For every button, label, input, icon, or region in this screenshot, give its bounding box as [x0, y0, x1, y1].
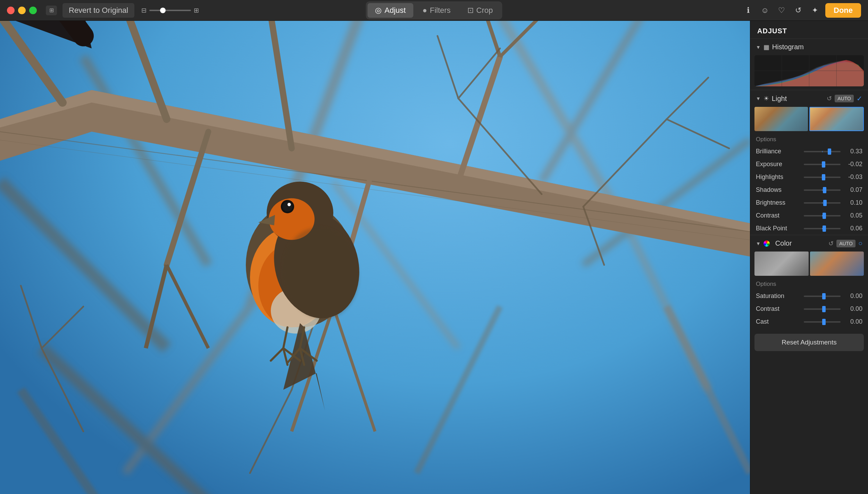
color-preview-strip — [754, 252, 864, 276]
center-nav: ◎ Adjust ● Filters ⊡ Crop — [366, 1, 502, 19]
color-header[interactable]: ▼ Color ↺ AUTO ○ — [750, 235, 868, 252]
light-reset-button[interactable]: ↺ — [827, 95, 832, 102]
light-adj-label-brilliance: Brilliance — [756, 148, 801, 155]
info-button[interactable]: ℹ — [742, 4, 754, 17]
light-slider-contrast[interactable] — [804, 215, 841, 216]
light-value-highlights: -0.03 — [843, 173, 862, 181]
light-adj-shadows: Shadows0.07 — [750, 184, 868, 196]
magic-button[interactable]: ✦ — [809, 4, 821, 17]
svg-point-52 — [283, 202, 293, 212]
light-thumb-brightness[interactable] — [823, 200, 827, 206]
sidebar-toggle-button[interactable]: ⊞ — [46, 6, 57, 15]
right-panel: ADJUST ▼ ▦ Histogram — [750, 21, 868, 494]
favorite-button[interactable]: ♡ — [775, 4, 788, 17]
fullscreen-button[interactable] — [29, 7, 37, 14]
color-slider-saturation[interactable] — [804, 296, 841, 297]
titlebar: ⊞ Revert to Original ⊟ ⊞ ◎ Adjust ● Filt… — [0, 0, 868, 21]
histogram-display — [754, 55, 864, 86]
light-slider-black-point[interactable] — [804, 228, 841, 229]
light-adj-brightness: Brightness0.10 — [750, 196, 868, 209]
minimize-button[interactable] — [18, 7, 26, 14]
color-adj-saturation: Saturation0.00 — [750, 290, 868, 303]
light-adj-highlights: Highlights-0.03 — [750, 171, 868, 184]
color-preview-after[interactable] — [810, 252, 864, 276]
color-options-label: Options — [750, 279, 868, 290]
light-thumb-exposure[interactable] — [822, 161, 825, 168]
light-value-brightness: 0.10 — [843, 199, 862, 206]
tab-crop[interactable]: ⊡ Crop — [460, 3, 501, 18]
filters-icon: ● — [423, 6, 427, 15]
color-section: ▼ Color ↺ AUTO ○ Options Saturation0.00C… — [750, 235, 868, 328]
reset-adjustments-button[interactable]: Reset Adjustments — [754, 334, 864, 351]
light-value-contrast: 0.05 — [843, 212, 862, 219]
done-button[interactable]: Done — [825, 3, 861, 18]
photo-display — [0, 21, 750, 494]
light-section: ▼ ☀ Light ↺ AUTO ✓ Options Brilliance0.3… — [750, 90, 868, 235]
light-thumb-contrast[interactable] — [823, 213, 826, 219]
tab-adjust[interactable]: ◎ Adjust — [367, 3, 413, 18]
light-preview-before[interactable] — [754, 107, 808, 131]
light-thumb-black-point[interactable] — [823, 225, 826, 232]
color-adjustments: Saturation0.00Contrast0.00Cast0.00 — [750, 290, 868, 328]
light-adj-contrast: Contrast0.05 — [750, 209, 868, 222]
color-actions: ↺ AUTO ○ — [828, 239, 862, 247]
color-auto-button[interactable]: AUTO — [836, 240, 856, 247]
close-button[interactable] — [7, 7, 15, 14]
light-adj-brilliance: Brilliance0.33 — [750, 145, 868, 158]
color-value-contrast-color: 0.00 — [843, 305, 862, 313]
light-chevron-icon: ▼ — [756, 96, 761, 101]
color-thumb-saturation[interactable] — [822, 293, 826, 299]
light-header[interactable]: ▼ ☀ Light ↺ AUTO ✓ — [750, 90, 868, 107]
light-adj-label-brightness: Brightness — [756, 199, 801, 206]
color-wheel-icon — [763, 240, 770, 247]
histogram-icon: ▦ — [763, 43, 769, 51]
light-value-exposure: -0.02 — [843, 161, 862, 168]
light-icon: ☀ — [763, 95, 769, 102]
light-slider-exposure[interactable] — [804, 164, 841, 165]
svg-rect-0 — [0, 21, 750, 494]
adjust-icon: ◎ — [375, 6, 382, 15]
light-slider-brilliance[interactable] — [804, 151, 841, 152]
color-preview-before[interactable] — [754, 252, 809, 276]
light-slider-shadows[interactable] — [804, 189, 841, 191]
zoom-control: ⊟ ⊞ — [141, 7, 199, 14]
light-preview-strip — [754, 107, 864, 131]
light-adjustments: Brilliance0.33Exposure-0.02Highlights-0.… — [750, 145, 868, 235]
light-thumb-brilliance[interactable] — [828, 148, 831, 155]
color-reset-button[interactable]: ↺ — [828, 240, 834, 247]
light-auto-button[interactable]: AUTO — [835, 95, 854, 102]
zoom-slider[interactable] — [149, 10, 191, 11]
color-slider-cast[interactable] — [804, 321, 841, 323]
light-slider-brightness[interactable] — [804, 202, 841, 204]
light-check-icon: ✓ — [857, 94, 862, 103]
color-adj-label-contrast-color: Contrast — [756, 305, 801, 313]
window-controls: ⊞ — [46, 6, 57, 15]
light-adj-label-contrast: Contrast — [756, 212, 801, 219]
revert-button[interactable]: Revert to Original — [62, 3, 134, 18]
right-toolbar: ℹ ☺ ♡ ↺ ✦ Done — [742, 3, 861, 18]
histogram-header[interactable]: ▼ ▦ Histogram — [750, 39, 868, 55]
tab-crop-label: Crop — [476, 6, 493, 15]
photo-area — [0, 21, 750, 494]
light-slider-highlights[interactable] — [804, 177, 841, 178]
light-adj-label-highlights: Highlights — [756, 173, 801, 181]
color-slider-contrast-color[interactable] — [804, 308, 841, 310]
svg-point-53 — [287, 203, 291, 206]
color-value-cast: 0.00 — [843, 318, 862, 325]
light-options-label: Options — [750, 134, 868, 145]
crop-icon: ⊡ — [467, 6, 474, 15]
light-adj-label-shadows: Shadows — [756, 186, 801, 194]
color-thumb-contrast-color[interactable] — [822, 306, 826, 312]
light-preview-after[interactable] — [809, 107, 864, 131]
panel-title: ADJUST — [750, 21, 868, 39]
light-thumb-highlights[interactable] — [822, 174, 825, 180]
tab-filters[interactable]: ● Filters — [415, 3, 458, 18]
color-adj-contrast-color: Contrast0.00 — [750, 303, 868, 315]
light-thumb-shadows[interactable] — [823, 187, 826, 193]
color-title: Color — [775, 239, 826, 247]
rotate-button[interactable]: ↺ — [792, 4, 804, 17]
zoom-out-icon: ⊟ — [141, 7, 147, 14]
main-content: ADJUST ▼ ▦ Histogram — [0, 21, 868, 494]
color-thumb-cast[interactable] — [822, 319, 826, 325]
emoji-button[interactable]: ☺ — [759, 4, 771, 17]
